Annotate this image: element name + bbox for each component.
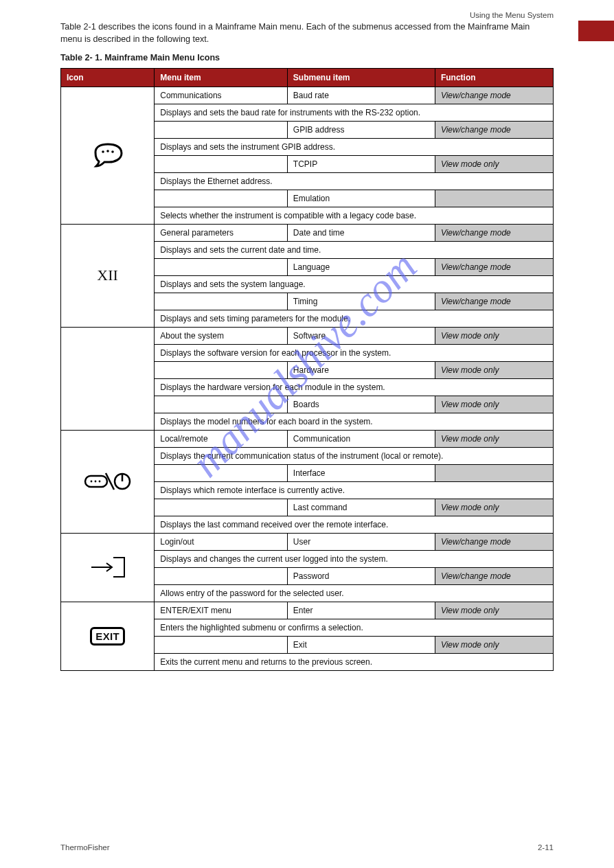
col-icon: Icon bbox=[61, 68, 155, 87]
mode-cell: View mode only bbox=[435, 602, 553, 619]
speech-bubble-icon bbox=[89, 141, 126, 169]
mode-cell: View/change mode bbox=[435, 87, 553, 104]
menu-item-cell: Login/out bbox=[155, 533, 288, 550]
submenu-cell: Baud rate bbox=[287, 87, 435, 104]
menu-item-cell: Communications bbox=[155, 87, 288, 104]
col-menu: Menu item bbox=[155, 68, 288, 87]
function-cell: Displays which remote interface is curre… bbox=[155, 481, 554, 499]
intro-paragraph: Table 2-1 describes the icons found in a… bbox=[60, 21, 554, 46]
menu-item-cell bbox=[155, 190, 288, 207]
mode-cell: View mode only bbox=[435, 430, 553, 447]
function-cell: Allows entry of the password for the sel… bbox=[155, 584, 554, 602]
function-cell: Displays and sets the instrument GPIB ad… bbox=[155, 138, 554, 155]
function-cell: Displays the model numbers for each boar… bbox=[155, 413, 554, 430]
submenu-cell: Timing bbox=[287, 293, 435, 310]
icon-cell bbox=[61, 87, 155, 224]
footer-left: ThermoFisher bbox=[60, 843, 110, 852]
mode-cell: View mode only bbox=[435, 636, 553, 653]
submenu-cell: Hardware bbox=[287, 361, 435, 378]
mode-cell: View/change mode bbox=[435, 224, 553, 241]
function-cell: Enters the highlighted submenu or confir… bbox=[155, 619, 554, 636]
keyboard-mouse-icon bbox=[84, 470, 132, 492]
function-cell: Displays the Ethernet address. bbox=[155, 172, 554, 190]
submenu-cell: TCPIP bbox=[287, 155, 435, 172]
submenu-cell: User bbox=[287, 533, 435, 550]
menu-item-cell bbox=[155, 121, 288, 138]
enter-arrow-icon bbox=[89, 555, 127, 580]
side-tab bbox=[578, 21, 614, 41]
svg-point-3 bbox=[111, 150, 114, 153]
table-row: Login/outUserView/change mode bbox=[61, 533, 554, 550]
exit-icon: EXIT bbox=[90, 627, 125, 646]
mode-cell: View mode only bbox=[435, 327, 553, 344]
table-row: About the systemSoftwareView mode only bbox=[61, 327, 554, 344]
svg-point-1 bbox=[102, 150, 104, 153]
menu-item-cell bbox=[155, 361, 288, 378]
function-cell: Displays and sets timing parameters for … bbox=[155, 310, 554, 327]
svg-point-2 bbox=[106, 150, 109, 152]
menu-item-cell: Local/remote bbox=[155, 430, 288, 447]
svg-point-7 bbox=[98, 481, 100, 483]
mode-cell: View mode only bbox=[435, 155, 553, 172]
menu-icons-table: Icon Menu item Submenu item Function Com… bbox=[60, 68, 554, 671]
menu-item-cell: General parameters bbox=[155, 224, 288, 241]
table-row: CommunicationsBaud rateView/change mode bbox=[61, 87, 554, 104]
function-cell: Displays the last command received over … bbox=[155, 516, 554, 533]
table-row: EXITENTER/EXIT menuEnterView mode only bbox=[61, 602, 554, 619]
submenu-cell: Interface bbox=[287, 464, 435, 481]
submenu-cell: Last command bbox=[287, 499, 435, 516]
function-cell: Displays and sets the baud rate for inst… bbox=[155, 104, 554, 121]
submenu-cell: Language bbox=[287, 258, 435, 275]
page: Using the Menu System manualshive.com Ta… bbox=[0, 0, 614, 868]
mode-cell: View/change mode bbox=[435, 293, 553, 310]
mode-cell: View/change mode bbox=[435, 567, 553, 584]
function-cell: Exits the current menu and returns to th… bbox=[155, 653, 554, 670]
icon-cell: EXIT bbox=[61, 602, 155, 670]
function-cell: Selects whether the instrument is compat… bbox=[155, 207, 554, 224]
svg-point-6 bbox=[94, 481, 96, 483]
submenu-cell: Boards bbox=[287, 396, 435, 413]
icon-cell bbox=[61, 533, 155, 602]
col-submenu: Submenu item bbox=[287, 68, 435, 87]
mode-cell: View mode only bbox=[435, 396, 553, 413]
menu-item-cell bbox=[155, 636, 288, 653]
menu-item-cell: ENTER/EXIT menu bbox=[155, 602, 288, 619]
submenu-cell: Emulation bbox=[287, 190, 435, 207]
function-cell: Displays the hardware version for each m… bbox=[155, 378, 554, 396]
footer-right: 2-11 bbox=[538, 843, 554, 852]
mode-cell: View/change mode bbox=[435, 533, 553, 550]
menu-item-cell bbox=[155, 464, 288, 481]
menu-item-cell bbox=[155, 396, 288, 413]
col-function: Function bbox=[435, 68, 553, 87]
table-row: Local/remoteCommunicationView mode only bbox=[61, 430, 554, 447]
menu-item-cell bbox=[155, 499, 288, 516]
icon-cell bbox=[61, 327, 155, 430]
mode-cell: View/change mode bbox=[435, 258, 553, 275]
mode-cell bbox=[435, 190, 553, 207]
submenu-cell: Exit bbox=[287, 636, 435, 653]
function-cell: Displays and sets the system language. bbox=[155, 275, 554, 293]
submenu-cell: Password bbox=[287, 567, 435, 584]
function-cell: Displays and sets the current date and t… bbox=[155, 241, 554, 258]
mode-cell bbox=[435, 464, 553, 481]
submenu-cell: Communication bbox=[287, 430, 435, 447]
submenu-cell: Software bbox=[287, 327, 435, 344]
table-header-row: Icon Menu item Submenu item Function bbox=[61, 68, 554, 87]
header-running-title: Using the Menu System bbox=[470, 11, 554, 19]
submenu-cell: Enter bbox=[287, 602, 435, 619]
table-caption: Table 2- 1. Mainframe Main Menu Icons bbox=[60, 52, 554, 64]
menu-item-cell bbox=[155, 258, 288, 275]
function-cell: Displays the software version for each p… bbox=[155, 344, 554, 361]
submenu-cell: Date and time bbox=[287, 224, 435, 241]
menu-item-cell bbox=[155, 155, 288, 172]
mode-cell: View mode only bbox=[435, 499, 553, 516]
submenu-cell: GPIB address bbox=[287, 121, 435, 138]
menu-item-cell bbox=[155, 293, 288, 310]
icon-cell bbox=[61, 430, 155, 533]
svg-point-5 bbox=[90, 481, 92, 483]
menu-item-cell: About the system bbox=[155, 327, 288, 344]
table-row: XIIGeneral parametersDate and timeView/c… bbox=[61, 224, 554, 241]
roman-twelve-icon: XII bbox=[97, 266, 118, 284]
function-cell: Displays the current communication statu… bbox=[155, 447, 554, 464]
icon-cell: XII bbox=[61, 224, 155, 327]
